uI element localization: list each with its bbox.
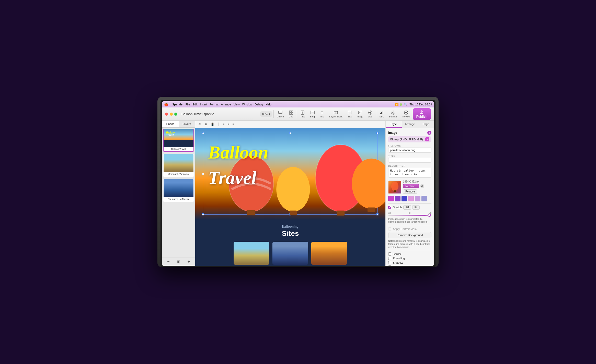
handle-br[interactable]: [376, 213, 379, 215]
handle-mr[interactable]: [376, 173, 379, 175]
thumb-img-3: [164, 179, 193, 197]
close-button[interactable]: [165, 113, 168, 116]
rounding-row: Rounding: [388, 257, 431, 260]
swatch-mid-purple[interactable]: [415, 196, 420, 201]
apply-mask-checkbox[interactable]: [388, 227, 391, 230]
handle-tl[interactable]: [202, 132, 204, 134]
layout-block-button[interactable]: Layout Block: [327, 109, 345, 119]
handle-bc[interactable]: [289, 213, 291, 215]
filename-value[interactable]: parallax-balloon.png: [388, 148, 431, 153]
pages-tab[interactable]: Pages: [162, 121, 179, 127]
slider-track[interactable]: [388, 215, 431, 216]
menu-help[interactable]: Help: [266, 103, 271, 106]
swatch-violet[interactable]: [395, 196, 400, 201]
fit-options: Fill Fit: [403, 205, 420, 210]
swatch-blue[interactable]: [402, 196, 407, 201]
description-textarea[interactable]: Hot air balloon, down to earth website b…: [388, 168, 431, 178]
page-thumbnail-1[interactable]: Balloon Travel Balloon Travel: [163, 129, 194, 152]
remove-btn-row: Remove: [403, 189, 431, 194]
screen: 🍎 Sparkle File Edit Insert Format Arrang…: [162, 101, 434, 266]
add-page-button[interactable]: +: [187, 259, 190, 264]
menu-edit[interactable]: Edit: [192, 103, 197, 106]
replace-info-icon[interactable]: ⊘: [420, 184, 424, 188]
swatch-light-blue[interactable]: [421, 196, 427, 201]
page-button[interactable]: Page: [298, 109, 307, 119]
align-center-icon[interactable]: ≡: [226, 122, 230, 127]
blog-button[interactable]: Blog: [308, 109, 317, 119]
toolbar-icons: 66% ▾ Device Grid: [260, 108, 431, 120]
align-right-icon[interactable]: ≡: [231, 122, 235, 127]
minimize-button[interactable]: [170, 113, 173, 116]
slider-thumb[interactable]: [428, 214, 431, 217]
apply-mask-row: Apply Portrait Mask: [388, 227, 431, 230]
swatch-purple[interactable]: [388, 196, 394, 201]
opacity-checkbox[interactable]: [388, 265, 391, 266]
replace-button[interactable]: Replace...: [403, 184, 419, 188]
hero-section: Balloon Travel: [195, 128, 385, 220]
title-value[interactable]: [388, 158, 431, 163]
thumb-label-2: Serengeti, Tanzania: [164, 172, 193, 176]
svg-point-26: [391, 111, 395, 114]
device-button[interactable]: Device: [275, 109, 286, 119]
menu-debug[interactable]: Debug: [255, 103, 263, 106]
zoom-control[interactable]: 66% ▾: [260, 111, 272, 117]
menu-view[interactable]: View: [234, 103, 240, 106]
info-icon[interactable]: i: [427, 131, 431, 135]
seo-button[interactable]: SEO: [377, 109, 386, 119]
page-tab[interactable]: Page: [418, 121, 434, 128]
shadow-label: Shadow: [393, 261, 403, 264]
remove-page-button[interactable]: −: [167, 259, 169, 264]
mobile-icon[interactable]: 📱: [210, 122, 215, 127]
site-card-1[interactable]: [234, 242, 269, 265]
site-card-2[interactable]: [272, 242, 308, 265]
swatch-light-purple[interactable]: [408, 196, 414, 201]
menu-insert[interactable]: Insert: [200, 103, 207, 106]
monitor-icon[interactable]: 🖥: [203, 122, 209, 127]
menu-window[interactable]: Window: [242, 103, 252, 106]
page-thumbnail-2[interactable]: Serengeti, Tanzania: [163, 154, 194, 177]
shadow-checkbox[interactable]: [388, 261, 391, 264]
sites-grid: [200, 242, 380, 265]
menu-file[interactable]: File: [186, 103, 190, 106]
fill-option[interactable]: Fill: [403, 205, 411, 210]
style-tab[interactable]: Style: [386, 121, 402, 128]
menubar-right: 📶 🔋 🔍 Thu 16 Dec 16:09: [395, 103, 432, 106]
align-left-icon[interactable]: ≡: [222, 122, 225, 127]
handle-ml[interactable]: [202, 173, 204, 175]
arrange-tab[interactable]: Arrange: [402, 121, 418, 128]
hero-title: Balloon: [208, 143, 268, 162]
stretch-checkbox[interactable]: [388, 206, 391, 209]
handle-tc[interactable]: [289, 132, 291, 134]
add-button[interactable]: Add: [366, 109, 375, 119]
menu-arrange[interactable]: Arrange: [221, 103, 231, 106]
grid-button[interactable]: Grid: [286, 109, 296, 119]
handle-tr[interactable]: [376, 132, 379, 134]
bitmap-info-button[interactable]: ×: [425, 137, 429, 141]
canvas-area[interactable]: 👁 🖥 📱 | ≡ ≡ ≡: [195, 121, 385, 266]
box-button[interactable]: Box: [345, 109, 354, 119]
res-labels: 1x 2x 3x: [388, 212, 431, 214]
menu-format[interactable]: Format: [210, 103, 219, 106]
fit-option[interactable]: Fit: [412, 205, 420, 210]
image-button[interactable]: Image: [355, 109, 365, 119]
handle-bl[interactable]: [202, 213, 204, 215]
svg-rect-5: [291, 113, 293, 114]
remove-background-button[interactable]: Remove Background: [388, 232, 431, 238]
menubar: 🍎 Sparkle File Edit Insert Format Arrang…: [162, 101, 434, 107]
page-view-button[interactable]: ⊞: [177, 259, 180, 264]
page-thumbnail-3[interactable]: Albuquerq...w Mexico: [163, 179, 194, 202]
eye-icon[interactable]: 👁: [197, 122, 202, 127]
app-name[interactable]: Sparkle: [172, 103, 182, 106]
svg-rect-4: [289, 113, 291, 114]
layers-tab[interactable]: Layers: [179, 121, 195, 127]
publish-button[interactable]: Publish: [413, 108, 431, 120]
site-card-3[interactable]: [311, 242, 347, 265]
maximize-button[interactable]: [174, 113, 177, 116]
text-button[interactable]: T Text: [318, 109, 327, 119]
border-checkbox[interactable]: [388, 252, 391, 256]
rounding-checkbox[interactable]: [388, 257, 391, 260]
settings-button[interactable]: Settings: [387, 109, 399, 119]
remove-image-button[interactable]: Remove: [403, 189, 417, 194]
preview-button[interactable]: Preview: [400, 109, 412, 119]
seo-label: SEO: [380, 115, 384, 118]
